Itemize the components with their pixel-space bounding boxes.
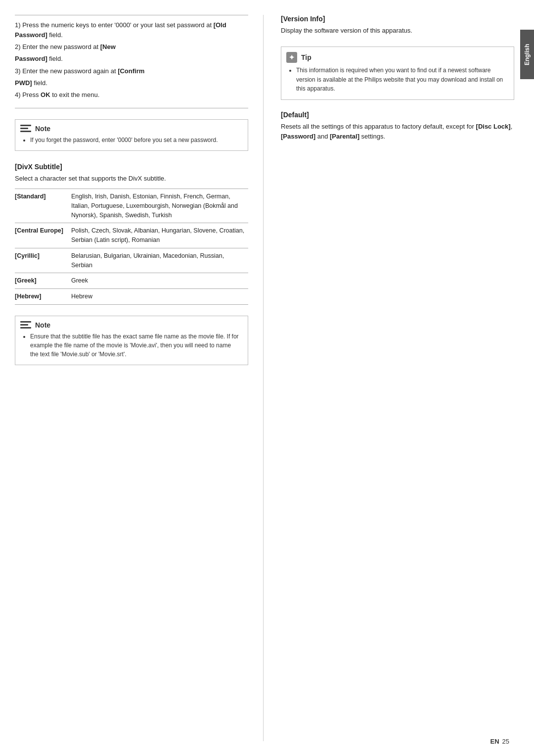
note-header-2: Note xyxy=(20,321,241,329)
default-section: [Default] Resets all the settings of thi… xyxy=(281,111,514,142)
table-row: [Standard] English, Irish, Danish, Eston… xyxy=(15,189,248,223)
central-europe-value: Polish, Czech, Slovak, Albanian, Hungari… xyxy=(71,223,248,248)
divx-subtitle-desc: Select a character set that supports the… xyxy=(15,174,248,184)
instruction-line-2: 2) Enter the new password at [New xyxy=(15,42,248,52)
divx-subtitle-title: [DivX Subtitle] xyxy=(15,163,248,171)
tip-content: This information is required when you wa… xyxy=(286,66,507,94)
note-header-1: Note xyxy=(20,125,241,133)
tip-header: ✦ Tip xyxy=(286,52,507,63)
tip-label: Tip xyxy=(301,53,312,61)
disc-lock-label: [Disc Lock] xyxy=(476,123,511,130)
footer: EN 25 xyxy=(490,738,509,745)
version-info-desc: Display the software version of this app… xyxy=(281,26,514,36)
note-item-2: Ensure that the subtitle file has the ex… xyxy=(30,332,241,359)
note-label-2: Note xyxy=(35,321,50,329)
table-row: [Central Europe] Polish, Czech, Slovak, … xyxy=(15,223,248,248)
password-label: [Password] xyxy=(281,133,315,140)
right-column: [Version Info] Display the software vers… xyxy=(264,15,514,741)
new-password-label: [New xyxy=(100,43,116,50)
greek-value: Greek xyxy=(71,273,248,289)
note-icon-line1 xyxy=(20,125,31,126)
note-icon-2 xyxy=(20,321,31,329)
main-content: 1) Press the numeric keys to enter '0000… xyxy=(0,0,534,756)
version-info-section: [Version Info] Display the software vers… xyxy=(281,15,514,36)
note-icon2-line3 xyxy=(20,327,31,329)
hebrew-key: [Hebrew] xyxy=(15,289,71,305)
old-password-label: [Old Password] xyxy=(15,21,226,39)
new-password-label-2: Password] xyxy=(15,55,47,62)
table-row: [Greek] Greek xyxy=(15,273,248,289)
central-europe-key: [Central Europe] xyxy=(15,223,71,248)
note-box-2: Note Ensure that the subtitle file has t… xyxy=(15,316,248,365)
default-desc: Resets all the settings of this apparatu… xyxy=(281,122,514,142)
note-icon-1 xyxy=(20,125,31,132)
confirm-pwd-label-2: PWD] xyxy=(15,79,32,87)
standard-value: English, Irish, Danish, Estonian, Finnis… xyxy=(71,189,248,223)
instruction-line-1: 1) Press the numeric keys to enter '0000… xyxy=(15,20,248,40)
parental-label: [Parental] xyxy=(330,133,359,140)
version-info-title: [Version Info] xyxy=(281,15,514,23)
cyrillic-value: Belarusian, Bulgarian, Ukrainian, Macedo… xyxy=(71,248,248,273)
table-row: [Hebrew] Hebrew xyxy=(15,289,248,305)
greek-key: [Greek] xyxy=(15,273,71,289)
left-column: 1) Press the numeric keys to enter '0000… xyxy=(15,15,264,741)
hebrew-value: Hebrew xyxy=(71,289,248,305)
note-content-2: Ensure that the subtitle file has the ex… xyxy=(20,332,241,359)
language-tab: English xyxy=(520,30,534,79)
charset-table: [Standard] English, Irish, Danish, Eston… xyxy=(15,189,248,305)
footer-page-number: 25 xyxy=(502,738,509,745)
note-icon-line2 xyxy=(20,128,28,129)
tip-item-1: This information is required when you wa… xyxy=(296,66,507,94)
instruction-line-4: 4) Press OK to exit the menu. xyxy=(15,90,248,100)
note-label-1: Note xyxy=(35,125,50,133)
divx-subtitle-section: [DivX Subtitle] Select a character set t… xyxy=(15,163,248,305)
ok-label: OK xyxy=(41,91,50,98)
note-content-1: If you forget the password, enter '0000'… xyxy=(20,136,241,144)
instruction-line-3b: PWD] field. xyxy=(15,78,248,88)
tip-icon: ✦ xyxy=(286,52,297,63)
tip-box: ✦ Tip This information is required when … xyxy=(281,47,514,100)
instruction-line-2b: Password] field. xyxy=(15,54,248,64)
standard-key: [Standard] xyxy=(15,189,71,223)
note-icon2-line2 xyxy=(20,324,28,326)
instructions-block: 1) Press the numeric keys to enter '0000… xyxy=(15,15,248,108)
cyrillic-key: [Cyrillic] xyxy=(15,248,71,273)
table-row: [Cyrillic] Belarusian, Bulgarian, Ukrain… xyxy=(15,248,248,273)
note-icon2-line1 xyxy=(20,321,31,323)
note-box-1: Note If you forget the password, enter '… xyxy=(15,119,248,151)
instruction-line-3: 3) Enter the new password again at [Conf… xyxy=(15,66,248,76)
footer-en: EN xyxy=(490,738,499,745)
default-title: [Default] xyxy=(281,111,514,119)
note-icon-line3 xyxy=(20,131,31,132)
confirm-pwd-label: [Confirm xyxy=(118,67,144,75)
note-item-1: If you forget the password, enter '0000'… xyxy=(30,136,241,144)
